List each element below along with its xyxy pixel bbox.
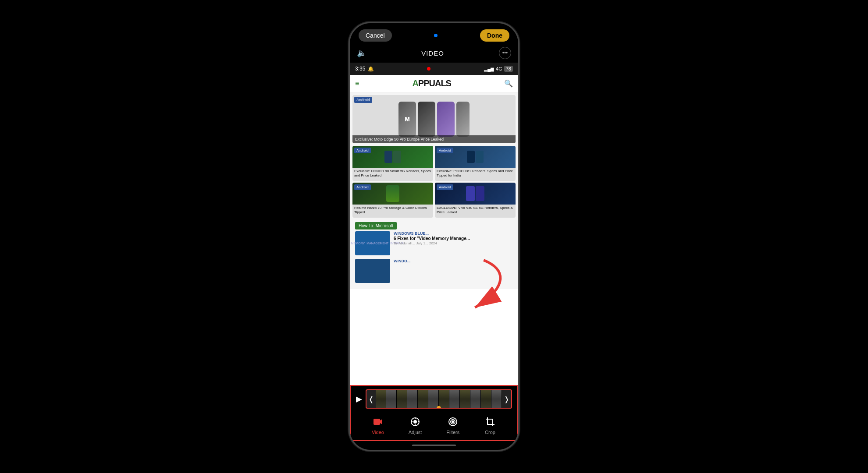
small-caption-1: Exclusive: HONOR 90 Smart 5G Renders, Sp… [352,168,433,179]
small-caption-4: EXCLUSIVE: Vivo V40 SE 5G Renders, Specs… [435,205,516,215]
frame-12 [491,390,502,408]
small-article-3[interactable]: Android Realme Narzo 70 Pro Storage & Co… [352,183,433,218]
article-grid: M Android Exclusive: Moto Edge 50 Pro Eu… [350,92,518,289]
frame-9 [460,390,470,408]
cancel-button[interactable]: Cancel [359,29,392,42]
status-right: ▂▄▆ 4G 78 [484,66,513,72]
blue-dot-icon [434,34,438,37]
windows-section: VIDEO_MEMORY_MANAGEMENT_INTERNAL WINDOWS… [352,231,516,283]
signal-icon: ▂▄▆ [484,67,494,71]
site-logo: APPUALS [412,78,451,88]
adjust-tool-label: Adjust [409,430,422,435]
windows-cat-2: WINDO... [394,259,513,263]
video-tool-icon [372,416,384,428]
windows-thumb-1: VIDEO_MEMORY_MANAGEMENT_INTERNAL [355,231,390,255]
frame-10 [470,390,481,408]
big-article[interactable]: M Android Exclusive: Moto Edge 50 Pro Eu… [352,95,516,143]
windows-article-1[interactable]: VIDEO_MEMORY_MANAGEMENT_INTERNAL WINDOWS… [355,231,513,255]
top-bar: Cancel Done [350,23,518,45]
timeline-frames [376,390,502,408]
svg-point-8 [414,420,416,423]
status-time: 3:35 🔔 [355,66,374,72]
how-to-tag: How To: Microsoft [355,222,397,229]
windows-thumb-2 [355,259,390,283]
site-header: ≡ APPUALS 🔍 [350,75,518,92]
article-tag-android: Android [354,97,372,103]
phone-frame: Cancel Done 🔈 VIDEO ••• 3:35 🔔 ▂▄▆ 4G 7 [349,22,519,451]
frame-8 [449,390,460,408]
timeline-row: ▶ ❬ ❭ [351,389,517,412]
small-article-2[interactable]: Android Exclusive: POCO C61 Renders, Spe… [435,146,516,181]
crop-tool-label: Crop [485,430,495,435]
more-options-icon[interactable]: ••• [499,47,511,59]
frame-5 [418,390,428,408]
recording-dot [427,67,430,71]
home-bar [412,445,456,446]
filters-tool-label: Filters [446,430,459,435]
video-tool-label: Video [372,430,384,435]
editing-panel: ▶ ❬ ❭ [350,385,518,441]
frame-6 [428,390,439,408]
tool-crop[interactable]: Crop [484,416,496,435]
phone-screen: 3:35 🔔 ▂▄▆ 4G 78 ≡ APPUALS � [350,63,518,385]
frame-1 [376,390,386,408]
search-icon[interactable]: 🔍 [504,79,513,88]
windows-meta-1: By Abdullah... July 1... 2024 [394,241,513,245]
tool-adjust[interactable]: Adjust [409,416,422,435]
svg-rect-1 [374,419,380,425]
windows-info-2: WINDO... [394,259,513,263]
done-button[interactable]: Done [480,29,509,42]
volume-icon[interactable]: 🔈 [357,48,366,58]
frame-2 [386,390,397,408]
frame-4 [407,390,418,408]
logo-rest: PPUALS [418,78,451,88]
small-article-1[interactable]: Android Exclusive: HONOR 90 Smart 5G Ren… [352,146,433,181]
windows-title-1: 6 Fixes for "Video Memory Manage... [394,236,513,241]
network-type: 4G [496,66,502,71]
play-button[interactable]: ▶ [356,394,362,404]
small-tag-3: Android [354,184,371,190]
tool-row: Video Adjust [351,412,517,440]
filters-tool-icon [447,416,459,428]
home-indicator [350,441,518,450]
windows-article-2[interactable]: WINDO... [355,259,513,283]
frame-11 [481,390,491,408]
windows-cat-1: WINDOWS BLUE... [394,231,513,236]
small-tag-4: Android [437,184,453,190]
crop-tool-icon [484,416,496,428]
video-title: VIDEO [421,49,444,57]
windows-info-1: WINDOWS BLUE... 6 Fixes for "Video Memor… [394,231,513,245]
adjust-tool-icon [409,416,421,428]
small-caption-2: Exclusive: POCO C61 Renders, Specs and P… [435,168,516,179]
bell-icon: 🔔 [368,66,374,71]
frame-3 [397,390,407,408]
hamburger-icon[interactable]: ≡ [355,80,359,88]
status-bar: 3:35 🔔 ▂▄▆ 4G 78 [350,63,518,75]
tool-video[interactable]: Video [372,416,384,435]
top-center [434,34,438,37]
small-caption-3: Realme Narzo 70 Pro Storage & Color Opti… [352,205,433,215]
status-rec-dot [427,66,430,72]
video-header: 🔈 VIDEO ••• [350,45,518,63]
timeline-left-handle[interactable]: ❬ [366,395,376,403]
small-articles-grid: Android Exclusive: HONOR 90 Smart 5G Ren… [352,146,516,218]
website-content: ≡ APPUALS 🔍 M [350,75,518,385]
frame-7 [439,390,449,408]
small-tag-1: Android [354,148,371,153]
battery-indicator: 78 [504,66,513,72]
svg-marker-2 [380,419,382,424]
logo-letter-a: A [412,78,418,88]
tool-filters[interactable]: Filters [446,416,459,435]
big-article-caption: Exclusive: Moto Edge 50 Pro Europe Price… [352,135,516,143]
svg-point-11 [452,421,454,423]
small-article-4[interactable]: Android EXCLUSIVE: Vivo V40 SE 5G Render… [435,183,516,218]
small-tag-2: Android [437,148,453,153]
timeline-strip[interactable]: ❬ ❭ [366,389,512,409]
scrubber-dot [437,406,441,409]
timeline-right-handle[interactable]: ❭ [502,395,511,403]
